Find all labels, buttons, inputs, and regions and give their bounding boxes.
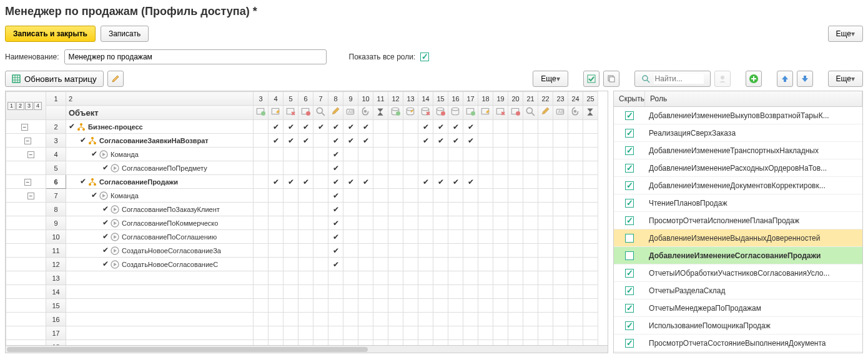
role-hide-checkbox[interactable]: [625, 111, 634, 120]
matrix-cell[interactable]: ✔: [328, 230, 343, 244]
matrix-cell[interactable]: [553, 161, 568, 175]
matrix-cell[interactable]: [508, 203, 523, 216]
role-hide-checkbox[interactable]: [625, 146, 634, 155]
matrix-cell[interactable]: [403, 216, 418, 230]
matrix-cell[interactable]: [343, 299, 358, 313]
matrix-cell[interactable]: [553, 244, 568, 258]
matrix-cell[interactable]: [448, 326, 463, 340]
matrix-cell[interactable]: ✔: [328, 175, 343, 189]
matrix-cell[interactable]: [553, 258, 568, 271]
col-toolicon-13[interactable]: [403, 106, 418, 120]
matrix-cell[interactable]: [388, 230, 403, 244]
role-hide-checkbox[interactable]: [625, 286, 634, 295]
matrix-cell[interactable]: [298, 271, 313, 285]
matrix-cell[interactable]: [478, 216, 493, 230]
matrix-cell[interactable]: [583, 189, 598, 203]
matrix-cell[interactable]: [478, 258, 493, 271]
matrix-cell[interactable]: ✔: [433, 120, 448, 134]
col-toolicon-11[interactable]: [373, 106, 388, 120]
matrix-cell[interactable]: [553, 134, 568, 148]
matrix-cell[interactable]: [418, 203, 433, 216]
matrix-cell[interactable]: [493, 230, 508, 244]
more-button-right[interactable]: Еще: [828, 71, 863, 87]
matrix-cell[interactable]: [418, 244, 433, 258]
matrix-cell[interactable]: [523, 216, 538, 230]
matrix-cell[interactable]: ✔: [343, 120, 358, 134]
matrix-cell[interactable]: [418, 326, 433, 340]
matrix-cell[interactable]: [313, 299, 328, 313]
matrix-cell[interactable]: [553, 285, 568, 299]
role-row[interactable]: ДобавлениеИзменениеРасходныхОрдеровНаТов…: [614, 159, 862, 177]
row-number[interactable]: 6: [46, 175, 66, 189]
matrix-cell[interactable]: [254, 134, 269, 148]
matrix-cell[interactable]: [358, 299, 373, 313]
matrix-cell[interactable]: ✔: [284, 175, 298, 189]
matrix-cell[interactable]: [463, 271, 478, 285]
matrix-cell[interactable]: ✔: [433, 175, 448, 189]
matrix-cell[interactable]: [418, 216, 433, 230]
matrix-cell[interactable]: [433, 271, 448, 285]
role-row[interactable]: ДобавлениеИзменениеСогласованиеПродажи: [614, 247, 862, 264]
matrix-cell[interactable]: [568, 161, 583, 175]
matrix-cell[interactable]: [343, 230, 358, 244]
matrix-cell[interactable]: [493, 203, 508, 216]
matrix-cell[interactable]: [284, 285, 298, 299]
matrix-cell[interactable]: [508, 120, 523, 134]
matrix-cell[interactable]: [313, 340, 328, 346]
matrix-cell[interactable]: [538, 299, 553, 313]
matrix-cell[interactable]: ✔: [343, 175, 358, 189]
matrix-cell[interactable]: [284, 244, 298, 258]
matrix-cell[interactable]: [388, 326, 403, 340]
matrix-cell[interactable]: [373, 189, 388, 203]
matrix-cell[interactable]: [523, 189, 538, 203]
matrix-cell[interactable]: [418, 189, 433, 203]
matrix-cell[interactable]: [358, 230, 373, 244]
matrix-cell[interactable]: [508, 326, 523, 340]
matrix-cell[interactable]: [433, 340, 448, 346]
matrix-cell[interactable]: [583, 203, 598, 216]
matrix-cell[interactable]: [298, 326, 313, 340]
matrix-cell[interactable]: [418, 285, 433, 299]
refresh-matrix-button[interactable]: Обновить матрицу: [5, 71, 104, 87]
matrix-cell[interactable]: [508, 258, 523, 271]
matrix-cell[interactable]: ✔: [269, 134, 284, 148]
matrix-cell[interactable]: [508, 244, 523, 258]
matrix-cell[interactable]: [478, 326, 493, 340]
matrix-cell[interactable]: [433, 258, 448, 271]
matrix-cell[interactable]: [478, 134, 493, 148]
matrix-cell[interactable]: [254, 313, 269, 326]
matrix-cell[interactable]: [343, 216, 358, 230]
matrix-cell[interactable]: [388, 189, 403, 203]
matrix-cell[interactable]: [284, 258, 298, 271]
matrix-cell[interactable]: [284, 271, 298, 285]
matrix-cell[interactable]: [254, 258, 269, 271]
matrix-cell[interactable]: [493, 148, 508, 161]
matrix-cell[interactable]: [448, 244, 463, 258]
matrix-cell[interactable]: [463, 203, 478, 216]
matrix-cell[interactable]: [553, 216, 568, 230]
matrix-cell[interactable]: [508, 340, 523, 346]
col-toolicon-24[interactable]: [568, 106, 583, 120]
matrix-cell[interactable]: [433, 326, 448, 340]
matrix-cell[interactable]: ✔: [418, 175, 433, 189]
matrix-cell[interactable]: [523, 285, 538, 299]
matrix-cell[interactable]: [254, 340, 269, 346]
matrix-cell[interactable]: [448, 161, 463, 175]
matrix-cell[interactable]: [508, 271, 523, 285]
col-toolicon-5[interactable]: [284, 106, 298, 120]
matrix-cell[interactable]: [493, 216, 508, 230]
matrix-cell[interactable]: [269, 203, 284, 216]
matrix-cell[interactable]: [538, 258, 553, 271]
matrix-cell[interactable]: [478, 175, 493, 189]
matrix-cell[interactable]: [284, 161, 298, 175]
matrix-cell[interactable]: [269, 161, 284, 175]
matrix-cell[interactable]: [493, 175, 508, 189]
matrix-cell[interactable]: ✔: [358, 134, 373, 148]
matrix-cell[interactable]: [583, 313, 598, 326]
matrix-cell[interactable]: [523, 203, 538, 216]
matrix-cell[interactable]: [523, 134, 538, 148]
hide-column-header[interactable]: Скрыть: [614, 91, 645, 106]
matrix-cell[interactable]: [478, 161, 493, 175]
matrix-cell[interactable]: [254, 203, 269, 216]
matrix-cell[interactable]: [523, 120, 538, 134]
